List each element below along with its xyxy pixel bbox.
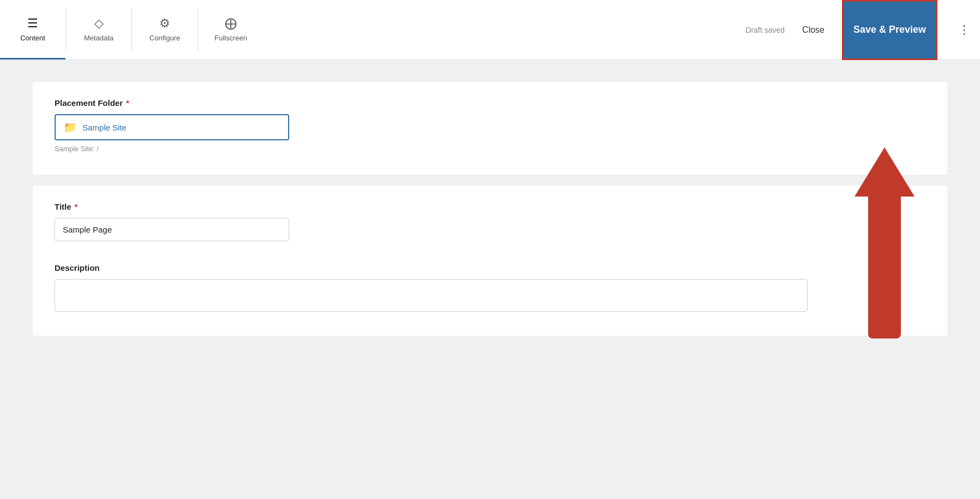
folder-icon: 📁 xyxy=(63,121,77,134)
tab-configure-label: Configure xyxy=(150,34,180,42)
more-icon: ⋮ xyxy=(958,23,970,37)
placement-folder-section: Placement Folder * 📁 Sample Site Sample … xyxy=(33,82,947,175)
metadata-icon: ◇ xyxy=(94,16,104,31)
description-label: Description xyxy=(55,263,925,272)
tab-metadata[interactable]: ◇ Metadata xyxy=(66,0,132,60)
topbar: ☰ Content ◇ Metadata ⚙ Configure ⨁ Fulls… xyxy=(0,0,980,60)
close-button[interactable]: Close xyxy=(796,21,831,39)
tab-content[interactable]: ☰ Content xyxy=(0,0,65,60)
tab-metadata-label: Metadata xyxy=(84,34,113,42)
draft-saved-text: Draft saved xyxy=(746,26,785,34)
fullscreen-icon: ⨁ xyxy=(225,16,237,31)
content-icon: ☰ xyxy=(27,16,38,31)
tab-content-label: Content xyxy=(20,34,45,42)
save-preview-button[interactable]: Save & Preview xyxy=(842,0,937,60)
placement-folder-label: Placement Folder * xyxy=(55,98,925,108)
title-required-star: * xyxy=(75,202,78,211)
title-input[interactable] xyxy=(55,218,289,241)
more-options-button[interactable]: ⋮ xyxy=(948,23,980,37)
placement-required-star: * xyxy=(126,98,129,108)
main-content: Placement Folder * 📁 Sample Site Sample … xyxy=(0,60,980,499)
tab-fullscreen-label: Fullscreen xyxy=(214,34,247,42)
tab-fullscreen[interactable]: ⨁ Fullscreen xyxy=(198,0,264,60)
placement-folder-value: Sample Site xyxy=(82,123,127,132)
placement-folder-input[interactable]: 📁 Sample Site xyxy=(55,114,289,140)
tab-configure[interactable]: ⚙ Configure xyxy=(132,0,198,60)
placement-hint: Sample Site: / xyxy=(55,145,925,153)
description-textarea[interactable] xyxy=(55,279,808,312)
topbar-right: Draft saved Close Save & Preview ⋮ xyxy=(746,0,981,60)
configure-icon: ⚙ xyxy=(159,16,170,31)
title-label: Title * xyxy=(55,202,925,211)
title-section: Title * Description xyxy=(33,186,947,336)
